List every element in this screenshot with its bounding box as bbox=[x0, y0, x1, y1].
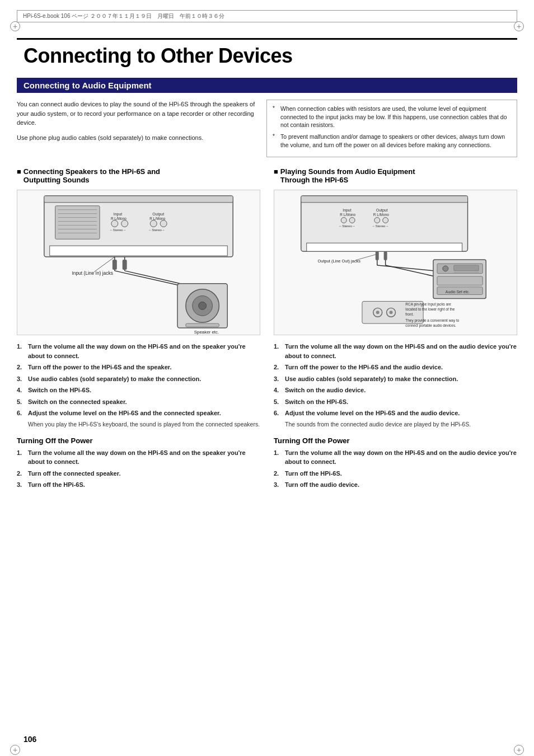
col-left: Connecting Speakers to the HPi-6S and Ou… bbox=[17, 167, 260, 491]
svg-point-41 bbox=[349, 218, 355, 223]
left-step-1: 1. Turn the volume all the way down on t… bbox=[17, 342, 260, 360]
svg-line-53 bbox=[355, 255, 377, 261]
left-step-list: 1. Turn the volume all the way down on t… bbox=[17, 342, 260, 428]
right-turnoff-3: 3. Turn off the audio device. bbox=[274, 480, 517, 490]
right-step-6-sub: The sounds from the connected audio devi… bbox=[285, 420, 517, 429]
left-diagram-svg: Input R L/Mono ←Stereo→ Output R L/Mono … bbox=[17, 190, 260, 335]
note-bullet-1: * When connection cables with resistors … bbox=[273, 105, 511, 129]
note-text-1: When connection cables with resistors ar… bbox=[280, 105, 511, 129]
left-turnoff-1: 1. Turn the volume all the way down on t… bbox=[17, 448, 260, 467]
svg-text:They provide a convenient way : They provide a convenient way to bbox=[405, 319, 459, 323]
right-heading-text: Playing Sounds from Audio Equipment Thro… bbox=[280, 167, 415, 184]
right-step-list: 1. Turn the volume all the way down on t… bbox=[274, 342, 517, 428]
corner-mark-tl bbox=[10, 21, 20, 31]
svg-text:R     L/Mono: R L/Mono bbox=[340, 213, 355, 217]
right-turnoff-2: 2. Turn off the HPi-6S. bbox=[274, 469, 517, 478]
left-step-2: 2. Turn off the power to the HPi-6S and … bbox=[17, 363, 260, 372]
svg-rect-1 bbox=[50, 246, 228, 256]
svg-text:Input: Input bbox=[114, 212, 123, 217]
svg-rect-59 bbox=[437, 276, 483, 285]
svg-text:connect portable audio devices: connect portable audio devices. bbox=[405, 324, 456, 328]
svg-point-45 bbox=[374, 218, 380, 223]
header-bar: HPi-6S-e.book 106 ページ ２００７年１１月１９日 月曜日 午前… bbox=[17, 10, 517, 22]
corner-mark-tr bbox=[514, 21, 524, 31]
svg-point-56 bbox=[443, 266, 448, 271]
right-step-1: 1. Turn the volume all the way down on t… bbox=[274, 342, 517, 360]
left-step-4: 4. Switch on the HPi-6S. bbox=[17, 386, 260, 395]
right-sub-heading: Turning Off the Power bbox=[274, 436, 517, 445]
svg-point-40 bbox=[341, 218, 346, 223]
svg-point-66 bbox=[390, 311, 393, 314]
svg-line-51 bbox=[386, 265, 434, 276]
svg-line-26 bbox=[94, 257, 115, 273]
svg-point-64 bbox=[376, 311, 380, 314]
svg-point-14 bbox=[121, 220, 128, 227]
left-diagram: Input R L/Mono ←Stereo→ Output R L/Mono … bbox=[17, 190, 260, 335]
svg-text:←Stereo→: ←Stereo→ bbox=[110, 229, 126, 232]
svg-point-19 bbox=[160, 220, 167, 227]
intro-right: * When connection cables with resistors … bbox=[266, 100, 517, 157]
right-step-3: 3. Use audio cables (sold separately) to… bbox=[274, 374, 517, 384]
svg-text:Audio Set etc.: Audio Set etc. bbox=[446, 290, 470, 294]
svg-rect-36 bbox=[301, 196, 468, 203]
svg-point-18 bbox=[150, 220, 157, 227]
svg-text:←Stereo→: ←Stereo→ bbox=[148, 229, 165, 232]
main-title-area: Connecting to Other Devices bbox=[17, 38, 517, 68]
col-right: Playing Sounds from Audio Equipment Thro… bbox=[274, 167, 517, 491]
right-subsection-heading: Playing Sounds from Audio Equipment Thro… bbox=[274, 167, 517, 184]
right-step-4: 4. Switch on the audio device. bbox=[274, 386, 517, 395]
svg-point-46 bbox=[383, 218, 388, 223]
left-step-6-sub: When you play the HPi-6S's keyboard, the… bbox=[28, 420, 260, 429]
svg-rect-57 bbox=[454, 265, 479, 271]
left-subsection-heading: Connecting Speakers to the HPi-6S and Ou… bbox=[17, 167, 260, 184]
svg-text:R     L/Mono: R L/Mono bbox=[373, 213, 389, 217]
star-icon-2: * bbox=[273, 133, 278, 149]
svg-text:front.: front. bbox=[405, 313, 414, 317]
svg-rect-31 bbox=[186, 324, 219, 327]
left-step-5: 5. Switch on the connected speaker. bbox=[17, 397, 260, 407]
left-step-6: 6. Adjust the volume level on the HPi-6S… bbox=[17, 408, 260, 418]
note-bullet-2: * To prevent malfunction and/or damage t… bbox=[273, 133, 511, 149]
main-title: Connecting to Other Devices bbox=[17, 44, 517, 68]
svg-rect-33 bbox=[113, 260, 117, 270]
corner-mark-br bbox=[514, 745, 524, 755]
svg-point-13 bbox=[111, 220, 118, 227]
right-step-5: 5. Switch on the HPi-6S. bbox=[274, 397, 517, 407]
svg-text:Output (Line Out) jacks: Output (Line Out) jacks bbox=[318, 259, 361, 264]
right-step-6: 6. Adjust the volume level on the HPi-6S… bbox=[274, 408, 517, 418]
intro-para1: You can connect audio devices to play th… bbox=[17, 100, 255, 128]
svg-rect-2 bbox=[44, 196, 233, 203]
intro-para2: Use phone plug audio cables (sold separa… bbox=[17, 133, 255, 143]
svg-text:located to the lower right of : located to the lower right of the bbox=[405, 308, 455, 312]
svg-text:←Stereo→: ←Stereo→ bbox=[372, 225, 388, 228]
left-turnoff-2: 2. Turn off the connected speaker. bbox=[17, 469, 260, 478]
left-heading-text: Connecting Speakers to the HPi-6S and Ou… bbox=[24, 167, 160, 184]
left-step-3: 3. Use audio cables (sold separately) to… bbox=[17, 374, 260, 384]
section-header: Connecting to Audio Equipment bbox=[17, 78, 517, 93]
page-container: HPi-6S-e.book 106 ページ ２００７年１１月１９日 月曜日 午前… bbox=[0, 10, 534, 756]
page-number: 106 bbox=[24, 735, 36, 744]
svg-rect-3 bbox=[55, 206, 100, 240]
svg-text:Input (Line In) jacks: Input (Line In) jacks bbox=[72, 270, 113, 276]
right-turnoff-1: 1. Turn the volume all the way down on t… bbox=[274, 448, 517, 467]
svg-rect-72 bbox=[376, 252, 379, 261]
svg-text:RCA pin-type Input jacks are: RCA pin-type Input jacks are bbox=[405, 303, 451, 307]
right-diagram: Input R L/Mono ←Stereo→ Output R L/Mono … bbox=[274, 190, 517, 335]
header-file-info: HPi-6S-e.book 106 ページ ２００７年１１月１９日 月曜日 午前… bbox=[23, 12, 224, 20]
svg-text:Input: Input bbox=[343, 208, 352, 213]
svg-text:Speaker etc.: Speaker etc. bbox=[194, 330, 219, 335]
svg-rect-34 bbox=[123, 260, 127, 270]
left-sub-heading: Turning Off the Power bbox=[17, 436, 260, 445]
note-text-2: To prevent malfunction and/or damage to … bbox=[280, 133, 511, 149]
left-turnoff-3: 3. Turn off the HPi-6S. bbox=[17, 480, 260, 490]
svg-text:R     L/Mono: R L/Mono bbox=[149, 217, 165, 220]
svg-text:Output: Output bbox=[152, 212, 164, 217]
svg-text:R     L/Mono: R L/Mono bbox=[111, 217, 127, 220]
svg-text:←Stereo→: ←Stereo→ bbox=[339, 225, 355, 228]
svg-point-30 bbox=[199, 302, 207, 310]
right-turnoff-list: 1. Turn the volume all the way down on t… bbox=[274, 448, 517, 490]
intro-left: You can connect audio devices to play th… bbox=[17, 100, 255, 157]
svg-rect-73 bbox=[384, 252, 387, 261]
right-diagram-svg: Input R L/Mono ←Stereo→ Output R L/Mono … bbox=[274, 190, 517, 335]
corner-mark-bl bbox=[10, 745, 20, 755]
